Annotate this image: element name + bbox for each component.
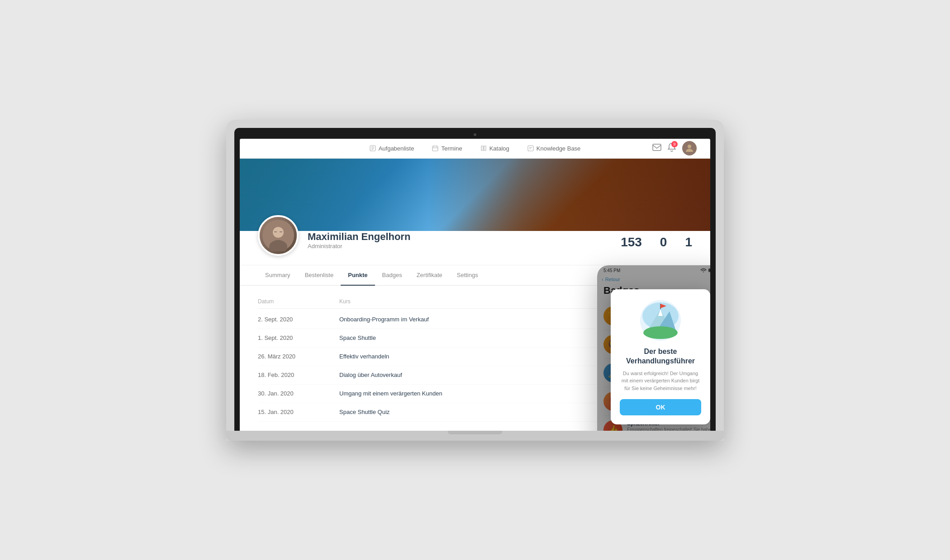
camera-dot [474, 133, 476, 136]
svg-rect-11 [653, 144, 661, 151]
date-2: 1. Sept. 2020 [258, 334, 339, 341]
mail-icon [652, 144, 661, 151]
svg-point-12 [688, 145, 691, 148]
profile-stats: 153 0 1 [621, 235, 692, 256]
phone-modal: Der beste Verhandlungsführer Du warst er… [597, 265, 710, 431]
modal-mountain-svg [640, 300, 681, 341]
profile-info: Maximilian Engelhorn Administrator [308, 231, 410, 256]
hero-banner [240, 159, 710, 231]
top-nav: Aufgabenliste Termine [240, 139, 710, 159]
nav-katalog[interactable]: Katalog [480, 145, 509, 152]
notification-badge: 9 [671, 141, 678, 147]
course-3: Effektiv verhandeln [339, 353, 638, 360]
date-1: 2. Sept. 2020 [258, 316, 339, 323]
mobile-overlay: 5:45 PM [597, 265, 710, 431]
main-content: Maximilian Engelhorn Administrator 153 0… [240, 159, 710, 431]
modal-badge-image [640, 300, 681, 341]
col-kurs: Kurs [339, 298, 638, 305]
tab-zertifikate[interactable]: Zertifikate [409, 265, 450, 286]
hero-banner-overlay [240, 159, 710, 231]
notification-button[interactable]: 9 [668, 143, 676, 154]
profile-avatar [258, 215, 299, 256]
kb-icon [527, 145, 534, 151]
tab-settings[interactable]: Settings [450, 265, 485, 286]
nav-items: Aufgabenliste Termine [370, 145, 581, 152]
date-3: 26. März 2020 [258, 353, 339, 360]
date-5: 30. Jan. 2020 [258, 390, 339, 397]
laptop-base [226, 431, 724, 441]
stat-value-2: 0 [660, 235, 667, 249]
avatar-image [260, 217, 297, 254]
course-2: Space Shuttle [339, 334, 638, 341]
stat-0: 0 [660, 235, 667, 249]
nav-aufgabenliste[interactable]: Aufgabenliste [370, 145, 414, 152]
svg-rect-16 [274, 231, 277, 232]
catalog-icon [480, 145, 487, 151]
svg-rect-4 [432, 146, 438, 151]
stat-1: 1 [685, 235, 692, 249]
date-4: 18. Feb. 2020 [258, 372, 339, 378]
screen-bezel: Aufgabenliste Termine [234, 128, 716, 431]
tab-bestenliste[interactable]: Bestenliste [298, 265, 341, 286]
tab-summary[interactable]: Summary [258, 265, 298, 286]
katalog-label: Katalog [489, 145, 509, 152]
avatar-svg [262, 220, 294, 251]
date-6: 15. Jan. 2020 [258, 409, 339, 415]
profile-role: Administrator [308, 243, 410, 249]
stat-153: 153 [621, 235, 642, 249]
svg-point-27 [643, 326, 678, 339]
course-1: Onboarding-Programm im Verkauf [339, 316, 638, 323]
modal-ok-button[interactable]: OK [620, 399, 701, 415]
course-6: Space Shuttle Quiz [339, 409, 638, 415]
modal-desc: Du warst erfolgreich! Der Umgang mit ein… [620, 370, 701, 392]
knowledge-base-label: Knowledge Base [537, 145, 581, 152]
user-avatar-icon [684, 143, 695, 154]
profile-section: Maximilian Engelhorn Administrator 153 0… [240, 231, 710, 265]
course-5: Umgang mit einem verärgerten Kunden [339, 390, 638, 397]
termine-label: Termine [441, 145, 462, 152]
svg-rect-17 [280, 231, 282, 232]
nav-knowledge-base[interactable]: Knowledge Base [527, 145, 581, 152]
user-avatar-nav[interactable] [682, 141, 697, 155]
laptop-screen: Aufgabenliste Termine [240, 139, 710, 431]
modal-card: Der beste Verhandlungsführer Du warst er… [611, 289, 710, 424]
profile-name: Maximilian Engelhorn [308, 231, 410, 243]
col-datum: Datum [258, 298, 339, 305]
list-icon [370, 145, 376, 151]
mail-button[interactable] [652, 144, 661, 153]
course-4: Dialog über Autoverkauf [339, 372, 638, 378]
nav-termine[interactable]: Termine [432, 145, 462, 152]
svg-point-14 [273, 227, 284, 238]
svg-rect-8 [528, 146, 533, 151]
nav-right-section: 9 [652, 141, 697, 155]
tab-punkte[interactable]: Punkte [341, 265, 375, 286]
modal-title: Der beste Verhandlungsführer [620, 347, 701, 366]
stat-value-3: 1 [685, 235, 692, 249]
stat-value-1: 153 [621, 235, 642, 249]
tab-badges[interactable]: Badges [375, 265, 409, 286]
calendar-icon [432, 145, 438, 151]
aufgabenliste-label: Aufgabenliste [379, 145, 414, 152]
laptop-shell: Aufgabenliste Termine [226, 120, 724, 441]
